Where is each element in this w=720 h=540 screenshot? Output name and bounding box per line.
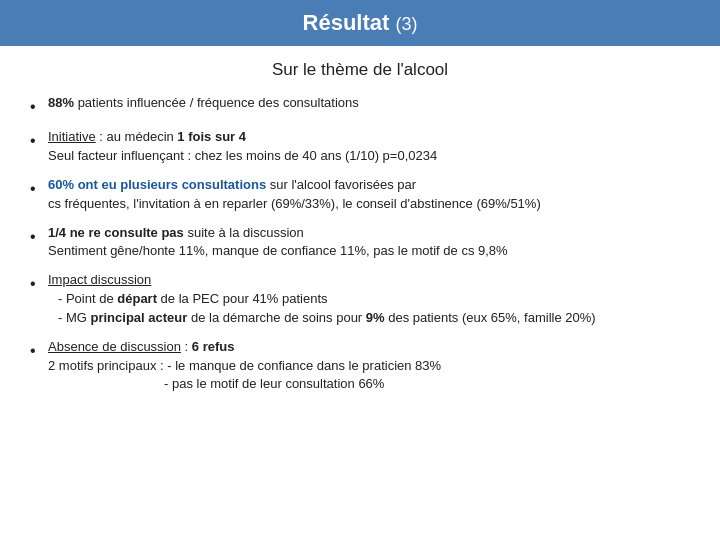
bullet-text: 1/4 ne re consulte pas suite à la discus…	[48, 224, 680, 262]
list-item: • Initiative : au médecin 1 fois sur 4 S…	[30, 128, 680, 166]
page-title: Résultat (3)	[303, 10, 418, 35]
bullet-icon: •	[30, 177, 48, 200]
bullet-icon: •	[30, 225, 48, 248]
bullet-text: Initiative : au médecin 1 fois sur 4 Seu…	[48, 128, 680, 166]
content-area: • 88% patients influencée / fréquence de…	[0, 90, 720, 408]
list-item: • 60% ont eu plusieurs consultations sur…	[30, 176, 680, 214]
list-item: • 88% patients influencée / fréquence de…	[30, 94, 680, 118]
list-item: • Absence de discussion : 6 refus 2 moti…	[30, 338, 680, 395]
bullet-text: 88% patients influencée / fréquence des …	[48, 94, 680, 113]
bullet-icon: •	[30, 339, 48, 362]
title-number: (3)	[395, 14, 417, 34]
bullet-icon: •	[30, 129, 48, 152]
subtitle: Sur le thème de l'alcool	[0, 60, 720, 80]
bullet-text: 60% ont eu plusieurs consultations sur l…	[48, 176, 680, 214]
bullet-icon: •	[30, 272, 48, 295]
list-item: • Impact discussion - Point de départ de…	[30, 271, 680, 328]
bullet-text: Impact discussion - Point de départ de l…	[48, 271, 680, 328]
title-text: Résultat	[303, 10, 390, 35]
bullet-text: Absence de discussion : 6 refus 2 motifs…	[48, 338, 680, 395]
list-item: • 1/4 ne re consulte pas suite à la disc…	[30, 224, 680, 262]
header-bar: Résultat (3)	[0, 0, 720, 46]
bullet-icon: •	[30, 95, 48, 118]
